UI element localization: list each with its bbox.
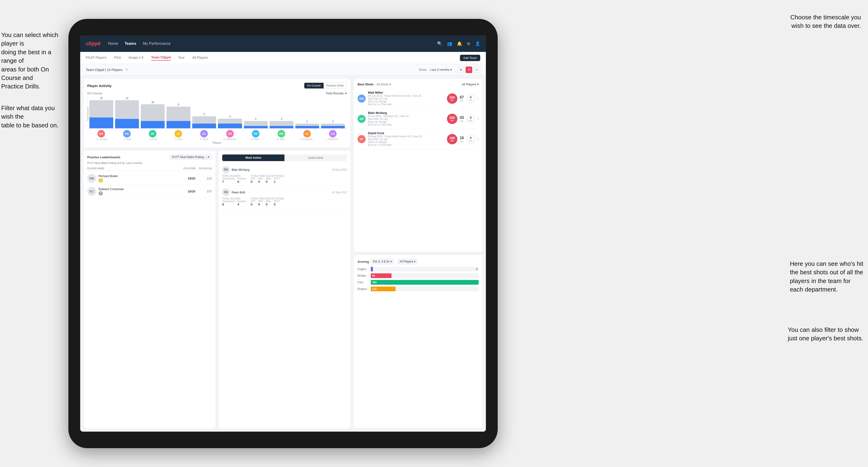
bar-col-1: 12 (115, 97, 139, 128)
bar-2[interactable] (141, 104, 165, 128)
add-team-button[interactable]: Add Team (460, 55, 480, 61)
tab-hcaps[interactable]: Hcaps 1-5 (129, 56, 144, 60)
shot-dist-1: 43 yds (460, 116, 464, 122)
best-shots-tabs: Best Shots All Shots ▾ (358, 83, 394, 86)
shot-stats-0: 67 yds 0 yds (460, 94, 475, 103)
shot-badge-1: 200 SG (447, 114, 457, 124)
players-x-label: Players (87, 141, 347, 144)
shot-row-1: BM Blair McHarg 23 Jul 2023 · Ashridge G… (358, 109, 479, 129)
stat-total-rounds-2: Total Rounds Tournament 8 Practice (222, 197, 246, 206)
tab-all-shots[interactable]: All Shots ▾ (376, 83, 394, 86)
bar-1[interactable] (115, 100, 139, 128)
scoring-row-3: Bogeys115 (358, 286, 479, 291)
nav-logo: clippd (86, 40, 100, 47)
x-label-3: J. Coles (166, 138, 191, 140)
active-tabs: Most Active Least Active (222, 154, 347, 161)
tab-best-shots[interactable]: Best Shots (358, 83, 376, 86)
practice-header: Practice Leaderboards PUTT Must Make Put… (87, 154, 212, 160)
tab-pga[interactable]: PGA (114, 56, 121, 60)
bar-3[interactable] (166, 106, 190, 128)
chart-avatar-3: JC (175, 130, 182, 137)
shot-detail-0: 09 Jan 2023 · Royal North Devon GC, Hole… (368, 94, 445, 97)
view-icon-heart[interactable]: ♥ (466, 66, 472, 73)
nav-item-teams[interactable]: Teams (125, 41, 136, 46)
circle-plus-icon[interactable]: ⊕ (467, 41, 470, 46)
left-panel: Player Activity On Course Practice Drill… (80, 75, 354, 432)
scoring-bar-wrap-2: 499 (371, 280, 479, 285)
bar-8[interactable] (295, 124, 319, 128)
view-icon-list[interactable]: ≡ (474, 66, 480, 73)
users-icon[interactable]: 👥 (447, 41, 452, 46)
scoring-bar-wrap-0: 3 (371, 267, 479, 272)
shot-rows: MM Matt Miller 09 Jan 2023 · Royal North… (358, 88, 479, 149)
bar-6[interactable] (244, 121, 268, 128)
team-name: Team Clippd | 14 Players (86, 68, 122, 72)
tab-pgat-players[interactable]: PGAT Players (86, 56, 106, 60)
shot-detail-2: 24 Aug 2023 · Royal North Devon GC, Hole… (368, 135, 445, 138)
activity-stats-1: Total Rounds Tournament 7 Practice (222, 175, 347, 184)
tabs-bar: PGAT Players PGA Hcaps 1-5 Team Clippd T… (80, 52, 486, 64)
scoring-val-2: 499 (372, 281, 376, 284)
shot-zero-2: 0 yds (466, 135, 475, 144)
scoring-par-dropdown[interactable]: Par 3, 4 & 5s ▾ (371, 259, 394, 264)
bar-0[interactable] (89, 100, 113, 128)
tab-team-clippd[interactable]: Team Clippd (151, 55, 171, 61)
view-icon-grid[interactable]: ⊞ (458, 66, 464, 73)
bar-value-9: 2 (332, 120, 334, 123)
player-activity-card: Player Activity On Course Practice Drill… (84, 79, 350, 148)
user-avatar-icon[interactable]: 👤 (475, 41, 480, 46)
scoring-bar-fill-3: 115 (371, 286, 396, 291)
tab-least-active[interactable]: Least Active (284, 154, 347, 161)
stat-total-rounds-1: Total Rounds Tournament 7 Practice (222, 175, 246, 184)
scoring-bars: Eagles3Birdies96Pars499Bogeys115 (358, 267, 479, 291)
bar-value-8: 2 (307, 120, 308, 123)
x-label-5: G. Billingham (217, 138, 243, 140)
practice-subtitle: PUTT Must Make Putting (3-6 ft). Last 3 … (87, 161, 212, 164)
shot-avatar-1: BM (358, 115, 366, 123)
toggle-practice-drills[interactable]: Practice Drills (323, 83, 346, 88)
bar-9[interactable] (321, 124, 345, 128)
scoring-players-dropdown[interactable]: All Players ▾ (398, 259, 418, 264)
search-icon[interactable]: 🔍 (437, 41, 442, 46)
bar-4[interactable] (192, 116, 216, 128)
shot-arrow-1[interactable]: › (478, 117, 479, 121)
toggle-oncourse[interactable]: On Course (304, 83, 323, 88)
tab-tour[interactable]: Tour (178, 56, 185, 60)
nav-item-home[interactable]: Home (108, 41, 118, 46)
total-rounds-dropdown[interactable]: Total Rounds ▾ (326, 92, 347, 95)
bell-icon[interactable]: 🔔 (457, 41, 462, 46)
all-players-dropdown[interactable]: All Players ▾ (462, 83, 479, 86)
team-header: Team Clippd | 14 Players ✎ Show: Last 3 … (80, 64, 486, 75)
scoring-row-1: Birdies96 (358, 273, 479, 278)
best-shots-card: Best Shots All Shots ▾ All Players ▾ MM … (354, 79, 483, 252)
tab-all-players[interactable]: All Players (192, 56, 208, 60)
bar-5[interactable] (218, 119, 242, 128)
shot-badge-2: 198 SG (447, 134, 457, 144)
shot-arrow-0[interactable]: › (478, 96, 479, 101)
x-label-6: R. Butler (243, 138, 268, 140)
most-active-card: Most Active Least Active BM Blair McHarg… (218, 151, 350, 428)
bar-value-5: 4 (229, 115, 231, 118)
nav-item-myperformance[interactable]: My Performance (143, 41, 170, 46)
on-course-label: On Course (87, 92, 102, 95)
shot-arrow-2[interactable]: › (478, 137, 479, 141)
th-player-name: PLAYER NAME (87, 167, 180, 170)
edit-icon[interactable]: ✎ (125, 68, 128, 72)
show-value[interactable]: Last 3 months ▾ (430, 68, 452, 71)
leaderboard-row-2: EC Edward Crossman 2 18/20 107 (87, 185, 212, 198)
x-label-7: M. Miller (268, 138, 294, 140)
shot-info-1: Blair McHarg 23 Jul 2023 · Ashridge GC, … (368, 111, 445, 126)
tab-most-active[interactable]: Most Active (222, 154, 284, 161)
chart-avatar-7: MM (278, 130, 285, 137)
show-label: Show: (419, 68, 427, 71)
bar-7[interactable] (270, 121, 293, 128)
practice-drill-dropdown[interactable]: PUTT Must Make Putting ... ▾ (169, 154, 212, 160)
x-label-8: E. Crossman (294, 138, 319, 140)
shot-zero-1: 0 yds (466, 115, 475, 123)
shot-avatar-0: MM (358, 95, 366, 102)
x-label-row: B. McHargR. BrittD. FordJ. ColesE. Ebert… (87, 137, 347, 141)
player-avg-2: 107 (198, 190, 212, 193)
x-label-2: D. Ford (140, 138, 166, 140)
bar-col-8: 2 (295, 97, 319, 128)
activity-avatar-1: BM (222, 166, 230, 173)
